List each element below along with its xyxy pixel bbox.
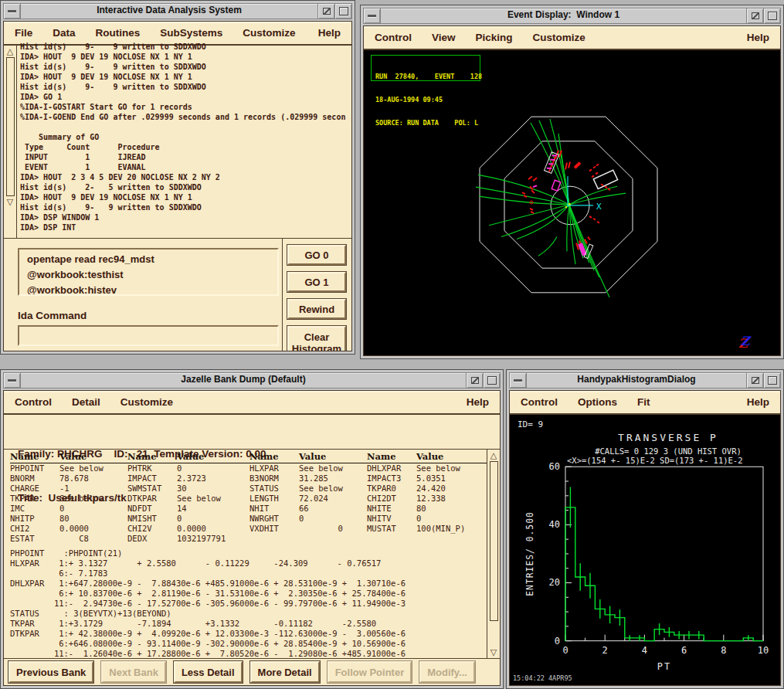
ida-titlebar[interactable]: Interactive Data Analysis System [3,3,352,19]
maximize-button[interactable] [763,373,780,388]
menu-control[interactable]: Control [375,32,412,43]
more-detail-button[interactable]: More Detail [250,661,320,683]
go1-button[interactable]: GO 1 [287,272,346,292]
window-title: Event Display: Window 1 [381,8,746,23]
bank-footer-buttons: Previous Bank Next Bank Less Detail More… [4,658,500,685]
window-bank-dump: Jazelle Bank Dump (Default) Control Deta… [0,369,504,689]
bank-content: Control Detail Customize Help Family: PH… [3,390,501,686]
scroll-down-icon[interactable]: ▽ [490,647,497,657]
rewind-button[interactable]: Rewind [287,299,346,319]
dash-icon [8,10,16,12]
menu-help[interactable]: Help [467,396,489,408]
window-menu-button[interactable] [510,373,527,388]
menu-customize[interactable]: Customize [533,32,585,43]
bank-column: NameValueDHLXPARSee belowIMPACT35.0351TK… [367,451,489,544]
y-tick-label: 40 [549,519,560,530]
x-tick-label: 6 [681,646,687,657]
menu-help[interactable]: Help [747,396,769,408]
y-axis-label: ENTRIES/ 0.500 [524,511,535,596]
scroll-up-icon[interactable]: △ [490,450,497,460]
window-menu-button[interactable] [4,373,21,388]
scroll-down-icon[interactable]: ▽ [7,197,13,207]
menu-detail[interactable]: Detail [72,396,100,408]
maximize-button[interactable] [483,373,500,388]
menu-data[interactable]: Data [53,27,75,39]
history-item[interactable]: @workbook:histev [27,283,270,296]
menu-control[interactable]: Control [521,396,558,408]
x-axis-label: PT [657,661,671,672]
minimize-button[interactable] [746,8,763,23]
bank-row: CHI20.0000 [10,524,127,534]
menu-customize[interactable]: Customize [243,27,295,39]
event-titlebar[interactable]: Event Display: Window 1 [363,8,781,24]
minimize-button[interactable] [317,4,334,19]
minimize-button[interactable] [466,373,483,388]
window-menu-button[interactable] [364,8,381,23]
bank-row: IMC0 [10,504,127,514]
clear-histogram-button[interactable]: Clear Histogram [287,326,346,351]
window-histogram: HandypakHistogramDialog Control Options … [506,369,784,689]
history-item[interactable]: @workbook:testhist [27,267,270,283]
maximize-button[interactable] [763,8,780,23]
menu-control[interactable]: Control [15,396,52,408]
bank-row: BNORM78.678 [10,473,127,484]
source-line: SOURCE: RUN DATA POL: L [375,119,476,127]
bank-row: VXDHIT 0 [249,524,367,534]
x-tick-label: 10 [758,646,769,657]
menu-customize[interactable]: Customize [120,396,173,408]
command-label: Ida Command [18,310,87,321]
less-detail-button[interactable]: Less Detail [174,661,243,683]
bank-row: SWMSTAT30 [127,484,249,494]
menu-routines[interactable]: Routines [96,27,141,39]
bank-row: DEDX1032197791 [127,534,249,544]
command-history-list[interactable]: opentape read rec94_mdst @workbook:testh… [18,248,279,296]
menu-help[interactable]: Help [318,27,341,39]
bank-row: CHARGE-1 [10,484,127,494]
bank-column-header: NameValue [10,451,127,463]
scrollbar-thumb[interactable] [490,461,498,621]
bank-row: IMPACT35.0351 [367,473,489,484]
x-axis-marker: X [568,176,602,212]
dash-icon [368,15,376,17]
previous-bank-button[interactable]: Previous Bank [8,661,93,683]
maximize-button[interactable] [334,4,351,19]
bank-row: DHLXPARSee below [367,463,489,473]
bank-row: STATUSSee below [249,484,367,494]
square-icon [487,376,497,385]
menu-help[interactable]: Help [747,32,769,43]
dash-icon [8,379,16,382]
bank-titlebar[interactable]: Jazelle Bank Dump (Default) [3,372,501,389]
command-input[interactable] [18,325,279,346]
menu-view[interactable]: View [432,32,456,43]
svg-text:X: X [596,202,602,212]
menu-fit[interactable]: Fit [637,396,650,408]
terminal-scrollbar[interactable]: △ ▽ [4,46,17,238]
menu-subsystems[interactable]: SubSystems [160,27,222,39]
window-title: Interactive Data Analysis System [21,4,317,19]
bank-scrollbar[interactable]: △ ▽ [487,450,500,658]
window-title: Jazelle Bank Dump (Default) [21,373,466,388]
shrink-icon [323,8,331,15]
window-title: HandypakHistogramDialog [527,373,746,388]
modify-button: Modify... [419,661,475,683]
window-menu-button[interactable] [4,4,21,19]
bank-row: IMPACT2.3723 [127,473,249,484]
hist-titlebar[interactable]: HandypakHistogramDialog [509,372,781,389]
event-menubar: Control View Picking Customize Help [364,26,780,50]
event-display-canvas[interactable]: X Z Z RUN 27840, EVENT 128 18-AUG-1994 0… [364,50,780,355]
window-event-display: Event Display: Window 1 Control View Pic… [360,5,784,359]
shrink-icon [752,12,759,19]
scrollbar-thumb[interactable] [6,57,15,196]
bank-row: CHI2V0.0000 [127,524,249,534]
detector-hits [522,151,610,250]
go0-button[interactable]: GO 0 [287,245,346,265]
history-item[interactable]: opentape read rec94_mdst [27,252,270,267]
terminal-area: △ ▽ Hist id(s) 9- 9 written to SDDXWDO I… [4,46,351,239]
minimize-button[interactable] [746,373,763,388]
menu-file[interactable]: File [15,27,32,39]
scroll-up-icon[interactable]: △ [7,46,13,56]
menu-options[interactable]: Options [578,396,617,408]
follow-pointer-button: Follow Pointer [328,661,412,683]
menu-picking[interactable]: Picking [476,32,513,43]
x-tick-label: 8 [721,646,726,657]
